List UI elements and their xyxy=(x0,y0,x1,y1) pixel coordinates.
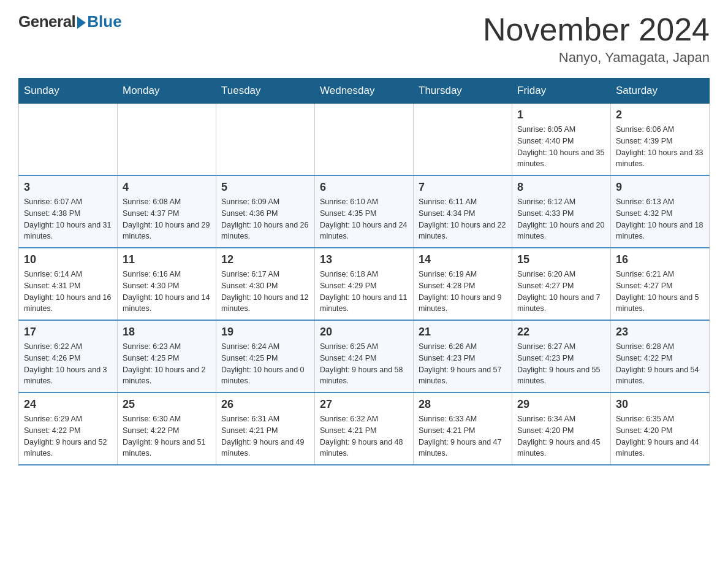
day-number: 25 xyxy=(123,398,211,411)
day-number: 5 xyxy=(221,181,309,194)
calendar-day-cell: 28Sunrise: 6:33 AMSunset: 4:21 PMDayligh… xyxy=(414,393,512,465)
day-number: 11 xyxy=(123,253,211,266)
title-block: November 2024 Nanyo, Yamagata, Japan xyxy=(483,12,710,66)
day-number: 12 xyxy=(221,253,309,266)
day-number: 22 xyxy=(517,326,605,339)
day-info: Sunrise: 6:08 AMSunset: 4:37 PMDaylight:… xyxy=(123,196,211,242)
day-info: Sunrise: 6:25 AMSunset: 4:24 PMDaylight:… xyxy=(320,341,408,387)
calendar-day-cell: 14Sunrise: 6:19 AMSunset: 4:28 PMDayligh… xyxy=(414,248,512,320)
day-number: 15 xyxy=(517,253,605,266)
day-number: 23 xyxy=(616,326,704,339)
calendar-day-cell: 10Sunrise: 6:14 AMSunset: 4:31 PMDayligh… xyxy=(19,248,118,320)
calendar-day-cell: 7Sunrise: 6:11 AMSunset: 4:34 PMDaylight… xyxy=(414,175,512,248)
day-number: 27 xyxy=(320,398,408,411)
day-number: 19 xyxy=(221,326,309,339)
day-number: 6 xyxy=(320,181,408,194)
day-info: Sunrise: 6:31 AMSunset: 4:21 PMDaylight:… xyxy=(221,413,309,459)
day-of-week-header: Sunday xyxy=(19,79,118,104)
day-number: 17 xyxy=(24,326,112,339)
calendar-day-cell: 23Sunrise: 6:28 AMSunset: 4:22 PMDayligh… xyxy=(611,320,710,393)
day-info: Sunrise: 6:21 AMSunset: 4:27 PMDaylight:… xyxy=(616,269,704,315)
logo-arrow-icon xyxy=(77,17,86,29)
page-header: General Blue November 2024 Nanyo, Yamaga… xyxy=(18,12,710,66)
day-number: 30 xyxy=(616,398,704,411)
day-number: 4 xyxy=(123,181,211,194)
day-info: Sunrise: 6:34 AMSunset: 4:20 PMDaylight:… xyxy=(517,413,605,459)
day-info: Sunrise: 6:35 AMSunset: 4:20 PMDaylight:… xyxy=(616,413,704,459)
day-info: Sunrise: 6:05 AMSunset: 4:40 PMDaylight:… xyxy=(517,124,605,170)
day-of-week-header: Monday xyxy=(118,79,216,104)
calendar-day-cell: 9Sunrise: 6:13 AMSunset: 4:32 PMDaylight… xyxy=(611,175,710,248)
day-info: Sunrise: 6:17 AMSunset: 4:30 PMDaylight:… xyxy=(221,269,309,315)
day-number: 21 xyxy=(419,326,507,339)
calendar-day-cell: 12Sunrise: 6:17 AMSunset: 4:30 PMDayligh… xyxy=(216,248,315,320)
day-number: 2 xyxy=(616,109,704,121)
calendar-week-row: 3Sunrise: 6:07 AMSunset: 4:38 PMDaylight… xyxy=(19,175,710,248)
calendar-week-row: 17Sunrise: 6:22 AMSunset: 4:26 PMDayligh… xyxy=(19,320,710,393)
calendar-day-cell: 13Sunrise: 6:18 AMSunset: 4:29 PMDayligh… xyxy=(315,248,414,320)
calendar-table: SundayMondayTuesdayWednesdayThursdayFrid… xyxy=(18,78,710,465)
day-number: 18 xyxy=(123,326,211,339)
day-info: Sunrise: 6:07 AMSunset: 4:38 PMDaylight:… xyxy=(24,196,112,242)
day-info: Sunrise: 6:11 AMSunset: 4:34 PMDaylight:… xyxy=(419,196,507,242)
location-title: Nanyo, Yamagata, Japan xyxy=(483,50,710,66)
calendar-day-cell: 21Sunrise: 6:26 AMSunset: 4:23 PMDayligh… xyxy=(414,320,512,393)
day-number: 8 xyxy=(517,181,605,194)
day-number: 10 xyxy=(24,253,112,266)
day-number: 16 xyxy=(616,253,704,266)
calendar-body: 1Sunrise: 6:05 AMSunset: 4:40 PMDaylight… xyxy=(19,104,710,465)
day-number: 9 xyxy=(616,181,704,194)
calendar-day-cell: 2Sunrise: 6:06 AMSunset: 4:39 PMDaylight… xyxy=(611,104,710,176)
day-number: 26 xyxy=(221,398,309,411)
calendar-day-cell: 29Sunrise: 6:34 AMSunset: 4:20 PMDayligh… xyxy=(512,393,611,465)
day-number: 7 xyxy=(419,181,507,194)
calendar-day-cell: 15Sunrise: 6:20 AMSunset: 4:27 PMDayligh… xyxy=(512,248,611,320)
calendar-day-cell xyxy=(216,104,315,176)
day-info: Sunrise: 6:26 AMSunset: 4:23 PMDaylight:… xyxy=(419,341,507,387)
day-number: 29 xyxy=(517,398,605,411)
day-info: Sunrise: 6:33 AMSunset: 4:21 PMDaylight:… xyxy=(419,413,507,459)
day-of-week-header: Wednesday xyxy=(315,79,414,104)
logo-general-text: General xyxy=(18,12,75,31)
calendar-week-row: 24Sunrise: 6:29 AMSunset: 4:22 PMDayligh… xyxy=(19,393,710,465)
day-header-row: SundayMondayTuesdayWednesdayThursdayFrid… xyxy=(19,79,710,104)
calendar-day-cell: 30Sunrise: 6:35 AMSunset: 4:20 PMDayligh… xyxy=(611,393,710,465)
day-info: Sunrise: 6:20 AMSunset: 4:27 PMDaylight:… xyxy=(517,269,605,315)
calendar-day-cell: 24Sunrise: 6:29 AMSunset: 4:22 PMDayligh… xyxy=(19,393,118,465)
day-of-week-header: Friday xyxy=(512,79,611,104)
calendar-day-cell: 18Sunrise: 6:23 AMSunset: 4:25 PMDayligh… xyxy=(118,320,216,393)
calendar-day-cell: 27Sunrise: 6:32 AMSunset: 4:21 PMDayligh… xyxy=(315,393,414,465)
calendar-day-cell: 4Sunrise: 6:08 AMSunset: 4:37 PMDaylight… xyxy=(118,175,216,248)
day-info: Sunrise: 6:30 AMSunset: 4:22 PMDaylight:… xyxy=(123,413,211,459)
calendar-day-cell: 17Sunrise: 6:22 AMSunset: 4:26 PMDayligh… xyxy=(19,320,118,393)
day-of-week-header: Thursday xyxy=(414,79,512,104)
day-info: Sunrise: 6:28 AMSunset: 4:22 PMDaylight:… xyxy=(616,341,704,387)
day-number: 13 xyxy=(320,253,408,266)
day-info: Sunrise: 6:24 AMSunset: 4:25 PMDaylight:… xyxy=(221,341,309,387)
calendar-day-cell: 19Sunrise: 6:24 AMSunset: 4:25 PMDayligh… xyxy=(216,320,315,393)
calendar-day-cell: 5Sunrise: 6:09 AMSunset: 4:36 PMDaylight… xyxy=(216,175,315,248)
calendar-day-cell: 8Sunrise: 6:12 AMSunset: 4:33 PMDaylight… xyxy=(512,175,611,248)
calendar-day-cell: 1Sunrise: 6:05 AMSunset: 4:40 PMDaylight… xyxy=(512,104,611,176)
day-info: Sunrise: 6:22 AMSunset: 4:26 PMDaylight:… xyxy=(24,341,112,387)
calendar-week-row: 10Sunrise: 6:14 AMSunset: 4:31 PMDayligh… xyxy=(19,248,710,320)
day-info: Sunrise: 6:27 AMSunset: 4:23 PMDaylight:… xyxy=(517,341,605,387)
day-info: Sunrise: 6:19 AMSunset: 4:28 PMDaylight:… xyxy=(419,269,507,315)
calendar-day-cell: 11Sunrise: 6:16 AMSunset: 4:30 PMDayligh… xyxy=(118,248,216,320)
day-info: Sunrise: 6:12 AMSunset: 4:33 PMDaylight:… xyxy=(517,196,605,242)
calendar-day-cell: 3Sunrise: 6:07 AMSunset: 4:38 PMDaylight… xyxy=(19,175,118,248)
calendar-day-cell xyxy=(414,104,512,176)
calendar-day-cell: 26Sunrise: 6:31 AMSunset: 4:21 PMDayligh… xyxy=(216,393,315,465)
logo-blue-text: Blue xyxy=(87,12,121,31)
day-info: Sunrise: 6:18 AMSunset: 4:29 PMDaylight:… xyxy=(320,269,408,315)
day-of-week-header: Saturday xyxy=(611,79,710,104)
day-info: Sunrise: 6:10 AMSunset: 4:35 PMDaylight:… xyxy=(320,196,408,242)
calendar-week-row: 1Sunrise: 6:05 AMSunset: 4:40 PMDaylight… xyxy=(19,104,710,176)
day-info: Sunrise: 6:32 AMSunset: 4:21 PMDaylight:… xyxy=(320,413,408,459)
day-info: Sunrise: 6:29 AMSunset: 4:22 PMDaylight:… xyxy=(24,413,112,459)
calendar-day-cell: 25Sunrise: 6:30 AMSunset: 4:22 PMDayligh… xyxy=(118,393,216,465)
calendar-day-cell xyxy=(118,104,216,176)
day-number: 20 xyxy=(320,326,408,339)
day-info: Sunrise: 6:14 AMSunset: 4:31 PMDaylight:… xyxy=(24,269,112,315)
calendar-day-cell: 20Sunrise: 6:25 AMSunset: 4:24 PMDayligh… xyxy=(315,320,414,393)
